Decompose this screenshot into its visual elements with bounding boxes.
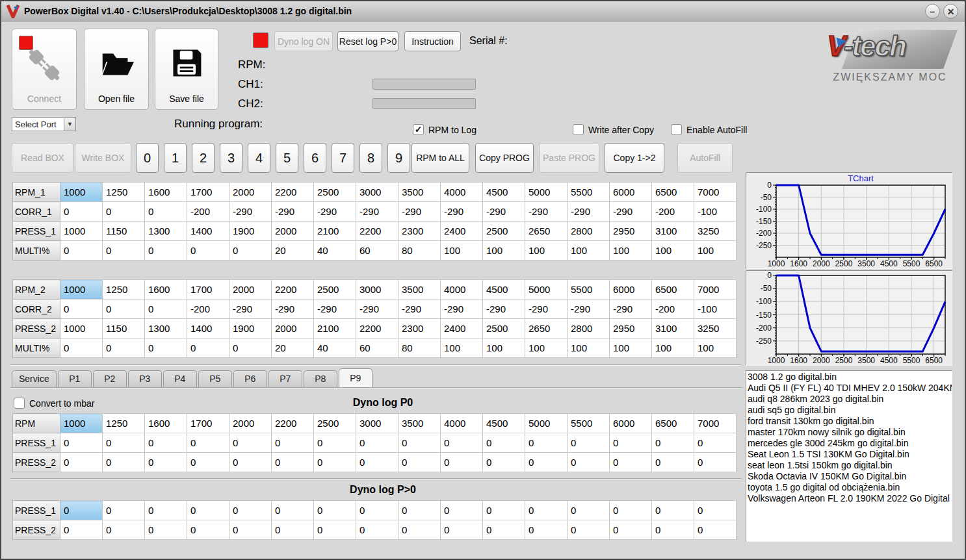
grid-cell[interactable]: 0 <box>272 520 314 540</box>
file-list-item[interactable]: audi sq5 go digital.bin <box>748 405 952 416</box>
grid-cell[interactable]: -290 <box>568 299 610 319</box>
grid-cell[interactable]: 0 <box>314 433 356 453</box>
grid-cell[interactable]: 0 <box>483 501 525 520</box>
grid-cell[interactable]: 0 <box>483 520 525 540</box>
grid-cell[interactable]: 2000 <box>229 280 272 299</box>
tab-p5[interactable]: P5 <box>198 370 232 387</box>
grid-cell[interactable]: 0 <box>229 338 272 358</box>
grid-cell[interactable]: -290 <box>356 299 398 319</box>
grid-cell[interactable]: 2000 <box>229 183 272 202</box>
grid-cell[interactable]: 3500 <box>398 414 441 433</box>
grid-cell[interactable]: 4500 <box>483 183 525 202</box>
grid-cell[interactable]: 0 <box>525 501 568 520</box>
grid-cell[interactable]: 0 <box>610 433 652 453</box>
instruction-button[interactable]: Instruction <box>404 31 461 51</box>
grid-cell[interactable]: -200 <box>652 299 694 319</box>
grid-cell[interactable]: 0 <box>229 520 272 540</box>
grid-cell[interactable]: 0 <box>145 433 187 453</box>
grid-cell[interactable]: 2650 <box>525 222 568 241</box>
grid-cell[interactable]: 0 <box>187 338 229 358</box>
file-list-item[interactable]: 3008 1.2 go digital.bin <box>748 372 952 383</box>
file-list-item[interactable]: audi q8 286km 2023 go digital.bin <box>748 394 952 405</box>
grid-cell[interactable]: 1000 <box>60 280 103 299</box>
grid-cell[interactable]: 3000 <box>356 280 398 299</box>
grid-cell[interactable]: 100 <box>610 241 652 261</box>
copy-1-to-2-button[interactable]: Copy 1->2 <box>605 143 664 173</box>
grid-cell[interactable]: 80 <box>398 241 441 261</box>
tab-p9[interactable]: P9 <box>339 368 372 387</box>
grid-cell[interactable]: 0 <box>187 520 229 540</box>
grid-cell[interactable]: 0 <box>356 453 398 472</box>
grid-cell[interactable]: 3100 <box>652 222 694 241</box>
grid-cell[interactable]: 2000 <box>229 414 272 433</box>
grid-cell[interactable]: 1250 <box>103 414 145 433</box>
grid-cell[interactable]: 2800 <box>568 222 610 241</box>
checkbox-icon[interactable]: ✓ <box>671 124 682 135</box>
grid-cell[interactable]: 4000 <box>441 183 483 202</box>
grid-cell[interactable]: 6000 <box>610 280 652 299</box>
program-number-button-2[interactable]: 2 <box>192 143 215 173</box>
grid-cell[interactable]: 0 <box>483 453 525 472</box>
grid-cell[interactable]: -200 <box>187 202 229 222</box>
grid-cell[interactable]: 0 <box>103 453 145 472</box>
grid-cell[interactable]: -290 <box>441 202 483 222</box>
grid-cell[interactable]: 0 <box>610 453 652 472</box>
grid-cell[interactable]: 2200 <box>272 183 314 202</box>
program-number-button-9[interactable]: 9 <box>387 143 410 173</box>
paste-prog-button[interactable]: Paste PROG <box>539 143 599 173</box>
reset-log-button[interactable]: Reset log P>0 <box>337 31 398 51</box>
grid-cell[interactable]: 0 <box>356 520 398 540</box>
grid-cell[interactable]: 1000 <box>60 222 103 241</box>
grid-cell[interactable]: -200 <box>652 202 694 222</box>
grid-cell[interactable]: 0 <box>525 433 568 453</box>
grid-cell[interactable]: -290 <box>314 202 356 222</box>
save-file-button[interactable]: Save file <box>155 29 218 110</box>
tab-p7[interactable]: P7 <box>268 370 302 387</box>
grid-cell[interactable]: 100 <box>525 338 568 358</box>
grid-cell[interactable]: 100 <box>694 338 737 358</box>
checkbox-icon[interactable]: ✓ <box>573 124 584 135</box>
grid-cell[interactable]: 0 <box>398 453 441 472</box>
grid-cell[interactable]: 0 <box>652 501 694 520</box>
grid-cell[interactable]: 80 <box>398 338 441 358</box>
grid-cell[interactable]: 2500 <box>314 414 356 433</box>
grid-cell[interactable]: 1700 <box>187 183 229 202</box>
grid-cell[interactable]: 1600 <box>145 280 187 299</box>
grid-cell[interactable]: 2500 <box>483 319 525 338</box>
grid-cell[interactable]: 0 <box>694 453 737 472</box>
grid-cell[interactable]: 1000 <box>60 183 103 202</box>
grid-cell[interactable]: 0 <box>60 241 103 261</box>
grid-cell[interactable]: 1000 <box>60 319 103 338</box>
grid-cell[interactable]: 2000 <box>272 319 314 338</box>
grid-cell[interactable]: 0 <box>187 241 229 261</box>
grid-cell[interactable]: 100 <box>568 338 610 358</box>
grid-cell[interactable]: 100 <box>483 241 525 261</box>
file-list-item[interactable]: toyota 1.5 go digital od obciążenia.bin <box>748 482 952 493</box>
grid-cell[interactable]: 0 <box>610 501 652 520</box>
grid-cell[interactable]: 40 <box>314 338 356 358</box>
grid-cell[interactable]: 0 <box>441 501 483 520</box>
grid-cell[interactable]: 0 <box>568 520 610 540</box>
grid-cell[interactable]: -100 <box>694 299 737 319</box>
grid-cell[interactable]: 2300 <box>398 319 441 338</box>
file-list-item[interactable]: ford transit 130km go digital.bin <box>748 416 952 427</box>
grid-cell[interactable]: 2000 <box>272 222 314 241</box>
grid-cell[interactable]: -100 <box>694 202 737 222</box>
grid-cell[interactable]: -290 <box>229 202 272 222</box>
grid-cell[interactable]: 2950 <box>610 319 652 338</box>
grid-cell[interactable]: -290 <box>398 299 441 319</box>
grid-cell[interactable]: 0 <box>525 520 568 540</box>
grid-cell[interactable]: 6500 <box>652 183 694 202</box>
grid-cell[interactable]: 0 <box>60 338 103 358</box>
grid-cell[interactable]: 5000 <box>525 280 568 299</box>
grid-cell[interactable]: 4000 <box>441 414 483 433</box>
grid-cell[interactable]: 0 <box>441 520 483 540</box>
grid-cell[interactable]: 3250 <box>694 319 737 338</box>
rpm-to-all-button[interactable]: RPM to ALL <box>411 143 469 173</box>
checkbox-enable-autofill[interactable]: ✓ Enable AutoFill <box>671 124 747 135</box>
grid-cell[interactable]: 0 <box>694 433 737 453</box>
program-number-button-3[interactable]: 3 <box>220 143 242 173</box>
copy-prog-button[interactable]: Copy PROG <box>475 143 534 173</box>
read-box-button[interactable]: Read BOX <box>12 143 73 173</box>
program-number-button-5[interactable]: 5 <box>276 143 298 173</box>
